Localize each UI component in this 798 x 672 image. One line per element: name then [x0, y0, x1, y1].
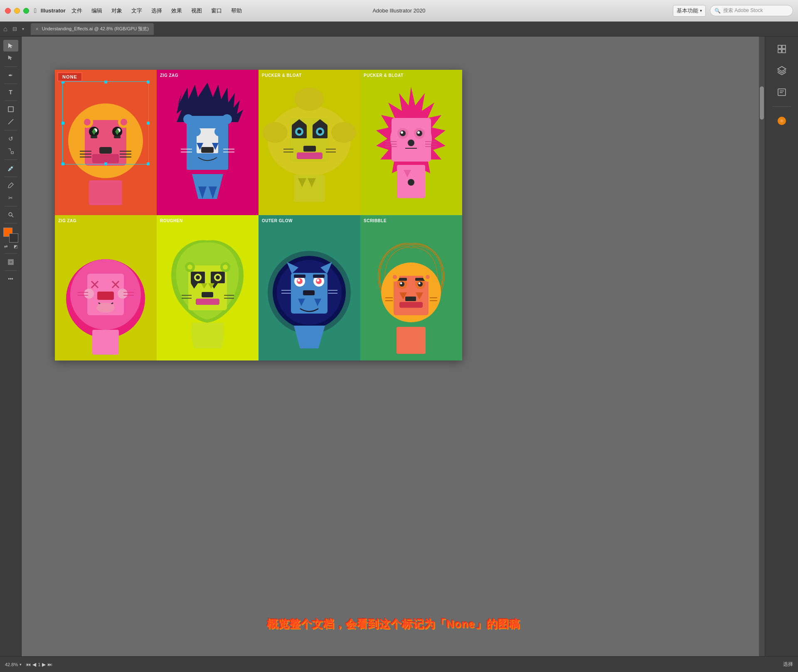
search-placeholder: 搜索 Adobe Stock	[723, 7, 763, 14]
svg-point-111	[216, 275, 220, 280]
direct-selection-tool-btn[interactable]	[3, 52, 18, 64]
layers-panel-btn[interactable]	[773, 61, 791, 80]
color-swatches[interactable]	[3, 228, 18, 243]
next-page-btn[interactable]: ▶	[42, 662, 46, 667]
svg-rect-161	[399, 302, 423, 308]
first-page-btn[interactable]: ⏮	[26, 662, 31, 667]
svg-point-179	[778, 117, 786, 125]
tool-separator-3	[5, 101, 17, 101]
svg-point-50	[295, 88, 324, 111]
workspace-selector[interactable]: 基本功能 ▾	[673, 5, 706, 17]
scissors-tool-btn[interactable]: ✂	[3, 192, 18, 204]
more-tools-btn[interactable]: •••	[3, 273, 18, 285]
stock-search-box[interactable]: 🔍 搜索 Adobe Stock	[710, 5, 793, 16]
status-mode: 选择	[783, 661, 793, 668]
rotate-tool-btn[interactable]: ↺	[3, 133, 18, 145]
tab-close-icon[interactable]: ×	[36, 26, 39, 32]
lion-svg-scribble	[360, 215, 462, 361]
tool-separator-9	[5, 253, 17, 254]
main-layout: ✒ T ↺ 💉 ✂ ⇄ ◩	[0, 37, 798, 656]
menu-object[interactable]: 对象	[107, 5, 126, 16]
left-toolbar: ✒ T ↺ 💉 ✂ ⇄ ◩	[0, 37, 22, 656]
svg-marker-147	[294, 326, 325, 348]
svg-point-57	[318, 130, 322, 134]
lion-cell-roughen: ROUGHEN	[157, 215, 259, 361]
svg-point-33	[192, 127, 201, 136]
last-page-btn[interactable]: ⏭	[47, 662, 52, 667]
right-panel-separator	[773, 106, 791, 107]
svg-rect-137	[313, 275, 325, 278]
workspace-label: 基本功能	[677, 7, 698, 15]
arrange-docs-icon[interactable]: ⊟	[12, 26, 17, 32]
svg-point-71	[390, 118, 432, 159]
home-icon[interactable]: ⌂	[3, 25, 7, 33]
minimize-button[interactable]	[14, 8, 20, 14]
artboards-tool-btn[interactable]	[3, 256, 18, 268]
lion-svg-pucker1	[259, 70, 360, 215]
scrollbar-thumb[interactable]	[760, 86, 764, 120]
svg-rect-13	[114, 136, 121, 138]
properties-panel-btn[interactable]	[773, 83, 791, 101]
page-navigation: ⏮ ◀ 1 ▶ ⏭	[26, 662, 52, 667]
default-colors-icon[interactable]: ◩	[14, 244, 17, 251]
menu-type[interactable]: 文字	[127, 5, 146, 16]
svg-point-169	[426, 275, 430, 279]
tool-separator-10	[5, 270, 17, 271]
svg-rect-173	[778, 49, 781, 53]
document-tab[interactable]: × Understanding_Effects.ai @ 42.8% (RGB/…	[31, 23, 154, 35]
app-name[interactable]: Illustrator	[41, 7, 66, 14]
svg-point-155	[419, 282, 421, 284]
arrange-chevron-icon[interactable]: ▾	[22, 27, 24, 31]
menu-view[interactable]: 视图	[187, 5, 206, 16]
maximize-button[interactable]	[23, 8, 29, 14]
svg-point-88	[408, 179, 414, 186]
outerglow-label: OUTER GLOW	[262, 218, 293, 223]
svg-rect-174	[782, 49, 786, 53]
menu-help[interactable]: 帮助	[227, 5, 246, 16]
svg-rect-138	[303, 290, 315, 295]
color-panel-btn[interactable]	[773, 112, 791, 130]
menu-effect[interactable]: 效果	[167, 5, 186, 16]
svg-point-134	[298, 279, 300, 282]
svg-rect-171	[778, 45, 781, 49]
line-tool-btn[interactable]	[3, 116, 18, 128]
title-bar:  Illustrator 文件 编辑 对象 文字 选择 效果 视图 窗口 帮助…	[0, 0, 798, 22]
zoom-display[interactable]: 42.8% ▾	[5, 662, 22, 667]
pen-tool-btn[interactable]: ✒	[3, 69, 18, 81]
zigzag-bot-label: ZIG ZAG	[58, 218, 76, 223]
svg-rect-172	[782, 45, 786, 49]
zoom-tool-btn[interactable]	[3, 209, 18, 221]
svg-point-28	[121, 119, 127, 125]
prev-page-btn[interactable]: ◀	[32, 662, 36, 667]
svg-rect-60	[303, 146, 316, 152]
background-swatch[interactable]	[9, 233, 18, 243]
apple-icon[interactable]: 	[34, 7, 37, 15]
lion-cell-pucker2: PUCKER & BLOAT	[360, 70, 462, 215]
svg-rect-5	[9, 260, 12, 264]
svg-point-77	[417, 131, 420, 134]
lion-cell-zigzag-top: ZIG ZAG	[157, 70, 259, 215]
menu-select[interactable]: 选择	[147, 5, 166, 16]
lion-grid: NONE	[55, 70, 462, 361]
menu-file[interactable]: 文件	[67, 5, 86, 16]
swap-colors-icon[interactable]: ⇄	[4, 244, 7, 251]
menu-edit[interactable]: 编辑	[87, 5, 106, 16]
svg-rect-117	[196, 299, 219, 305]
lion-cell-outerglow: OUTER GLOW	[259, 215, 360, 361]
svg-rect-175	[778, 89, 786, 96]
shape-tool-btn[interactable]	[3, 103, 18, 115]
svg-rect-0	[8, 107, 13, 112]
scribble-label: SCRIBBLE	[364, 218, 387, 223]
eraser-tool-btn[interactable]	[3, 179, 18, 191]
text-tool-btn[interactable]: T	[3, 86, 18, 98]
vertical-scrollbar[interactable]	[759, 37, 765, 656]
svg-point-152	[399, 282, 404, 287]
svg-rect-170	[397, 327, 426, 354]
libraries-panel-btn[interactable]	[773, 40, 791, 58]
svg-marker-44	[192, 174, 223, 199]
scale-tool-btn[interactable]	[3, 145, 18, 157]
eyedropper-tool-btn[interactable]: 💉	[3, 162, 18, 174]
close-button[interactable]	[5, 8, 11, 14]
selection-tool-btn[interactable]	[3, 40, 18, 52]
menu-window[interactable]: 窗口	[207, 5, 226, 16]
